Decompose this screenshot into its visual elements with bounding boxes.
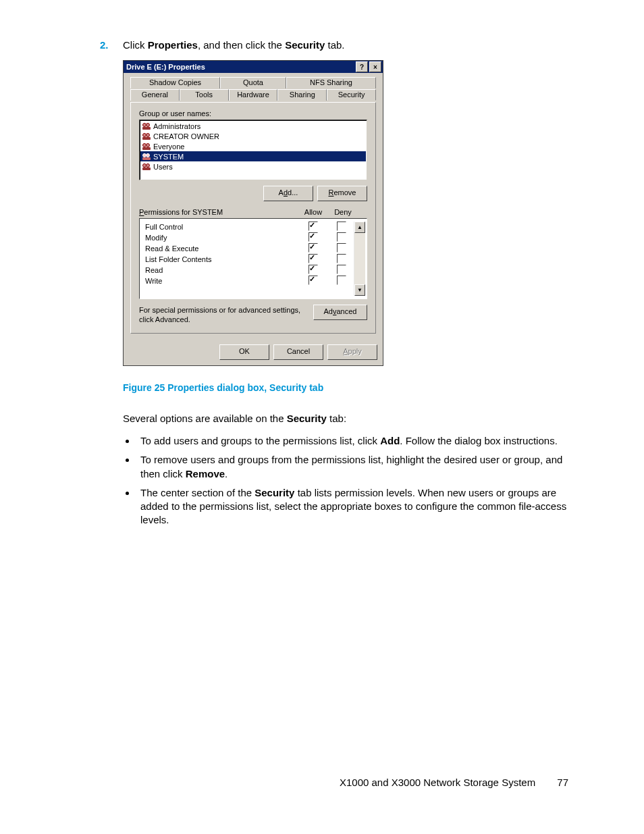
- group-listbox[interactable]: Administrators CREATOR OWNER Everyone SY…: [139, 120, 367, 180]
- group-icon: [142, 163, 151, 171]
- svg-point-7: [146, 143, 150, 147]
- scrollbar[interactable]: ▲ ▼: [354, 221, 365, 296]
- close-icon[interactable]: ×: [369, 61, 381, 72]
- tab-nfs-sharing[interactable]: NFS Sharing: [286, 77, 376, 88]
- scroll-up-icon[interactable]: ▲: [354, 221, 365, 233]
- advanced-text: For special permissions or for advanced …: [139, 305, 306, 325]
- col-allow: Allow: [297, 208, 329, 216]
- svg-point-4: [146, 133, 150, 136]
- svg-rect-2: [142, 127, 151, 130]
- perm-row: Write: [145, 276, 354, 286]
- list-item-selected[interactable]: SYSTEM: [140, 151, 366, 161]
- deny-write-checkbox[interactable]: [337, 276, 346, 285]
- allow-write-checkbox[interactable]: [308, 276, 318, 285]
- apply-button: Apply: [327, 344, 377, 360]
- tab-security[interactable]: Security: [327, 89, 376, 101]
- group-icon: [142, 132, 151, 140]
- title-bar: Drive E (E:) Properties ? ×: [124, 61, 383, 73]
- svg-point-1: [146, 123, 150, 126]
- step-number: 2.: [100, 39, 123, 51]
- svg-point-9: [143, 153, 146, 157]
- perm-row: Full Control: [145, 221, 354, 232]
- perm-row: List Folder Contents: [145, 254, 354, 265]
- bullet-item: To remove users and groups from the perm…: [136, 453, 572, 481]
- tab-quota[interactable]: Quota: [220, 77, 286, 88]
- ok-button[interactable]: OK: [219, 344, 269, 360]
- footer-title: X1000 and X3000 Network Storage System: [340, 777, 535, 788]
- figure-caption: Figure 25 Properties dialog box, Securit…: [123, 382, 572, 393]
- deny-read-checkbox[interactable]: [337, 265, 346, 274]
- col-deny: Deny: [329, 208, 356, 216]
- perm-row: Modify: [145, 232, 354, 243]
- help-icon[interactable]: ?: [356, 61, 368, 72]
- step-text: Click Properties, and then click the Sec…: [123, 39, 345, 51]
- deny-modify-checkbox[interactable]: [337, 232, 346, 242]
- list-item[interactable]: Everyone: [140, 141, 366, 151]
- list-item[interactable]: Users: [140, 161, 366, 172]
- cancel-button[interactable]: Cancel: [273, 344, 323, 360]
- bullet-list: To add users and groups to the permissio…: [123, 434, 572, 527]
- allow-full-control-checkbox[interactable]: [308, 221, 318, 231]
- bullet-item: The center section of the Security tab l…: [136, 486, 572, 527]
- allow-read-execute-checkbox[interactable]: [308, 243, 318, 253]
- scroll-down-icon[interactable]: ▼: [354, 284, 365, 296]
- perm-row: Read & Execute: [145, 243, 354, 254]
- deny-list-folder-checkbox[interactable]: [337, 254, 346, 263]
- svg-point-0: [143, 123, 146, 126]
- page-footer: X1000 and X3000 Network Storage System 7…: [340, 777, 568, 788]
- allow-list-folder-checkbox[interactable]: [308, 254, 318, 263]
- permissions-for-label: Permissions for SYSTEM: [139, 208, 297, 216]
- deny-read-execute-checkbox[interactable]: [337, 243, 346, 253]
- deny-full-control-checkbox[interactable]: [337, 221, 346, 231]
- tab-sharing[interactable]: Sharing: [277, 89, 327, 101]
- list-item[interactable]: Administrators: [140, 121, 366, 131]
- remove-button[interactable]: Remove: [317, 186, 367, 201]
- svg-rect-11: [142, 157, 151, 160]
- tab-tools[interactable]: Tools: [180, 89, 229, 101]
- bullet-item: To add users and groups to the permissio…: [136, 434, 572, 448]
- svg-point-13: [146, 163, 150, 167]
- page-number: 77: [557, 777, 568, 788]
- tab-shadow-copies[interactable]: Shadow Copies: [130, 77, 220, 88]
- group-icon: [142, 142, 151, 151]
- tab-general[interactable]: General: [130, 89, 180, 101]
- step-line: 2. Click Properties, and then click the …: [100, 39, 572, 51]
- group-icon: [142, 153, 151, 161]
- add-button[interactable]: Add...: [263, 186, 313, 201]
- svg-point-3: [143, 133, 146, 136]
- list-item[interactable]: CREATOR OWNER: [140, 131, 366, 141]
- permissions-listbox: Full Control Modify Read & Execute List …: [139, 218, 367, 299]
- advanced-button[interactable]: Advanced: [313, 305, 367, 320]
- svg-rect-5: [142, 137, 151, 140]
- svg-point-6: [143, 143, 146, 147]
- dialog-title: Drive E (E:) Properties: [126, 63, 354, 71]
- group-label: Group or user names:: [139, 109, 367, 118]
- para: Several options are available on the Sec…: [123, 412, 572, 425]
- group-icon: [142, 122, 151, 130]
- svg-rect-8: [142, 147, 151, 150]
- svg-point-10: [146, 153, 150, 157]
- allow-modify-checkbox[interactable]: [308, 232, 318, 242]
- allow-read-checkbox[interactable]: [308, 265, 318, 274]
- svg-point-12: [143, 163, 146, 167]
- properties-dialog: Drive E (E:) Properties ? × Shadow Copie…: [123, 60, 383, 366]
- svg-rect-14: [142, 167, 151, 170]
- tab-hardware[interactable]: Hardware: [229, 89, 278, 101]
- perm-row: Read: [145, 265, 354, 276]
